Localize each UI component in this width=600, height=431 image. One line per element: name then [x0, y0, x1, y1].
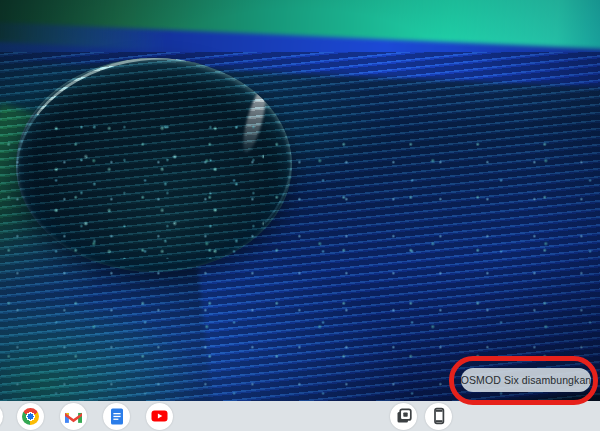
- shelf-app-gmail[interactable]: [60, 403, 87, 430]
- screen-capture-button[interactable]: [390, 403, 417, 430]
- toast-message: OSMOD Six disambungkan: [461, 374, 592, 386]
- gmail-icon: [65, 410, 82, 423]
- chromeos-desktop: OSMOD Six disambungkan: [0, 0, 600, 431]
- phone-hub-button[interactable]: [425, 403, 452, 430]
- screen-capture-icon: [395, 407, 413, 425]
- shelf-app-chrome[interactable]: [17, 403, 44, 430]
- phone-icon: [430, 407, 448, 425]
- launcher-button[interactable]: [0, 403, 3, 430]
- shelf: 16 Dis 16:00 JA: [0, 401, 600, 431]
- shelf-app-docs[interactable]: [103, 403, 130, 430]
- docs-icon: [110, 408, 124, 425]
- chrome-icon: [22, 408, 39, 425]
- toast-notification: OSMOD Six disambungkan: [461, 368, 591, 392]
- desktop-wallpaper: [0, 0, 600, 401]
- youtube-icon: [151, 410, 168, 422]
- shelf-app-youtube[interactable]: [146, 403, 173, 430]
- wallpaper-vignette: [0, 0, 600, 401]
